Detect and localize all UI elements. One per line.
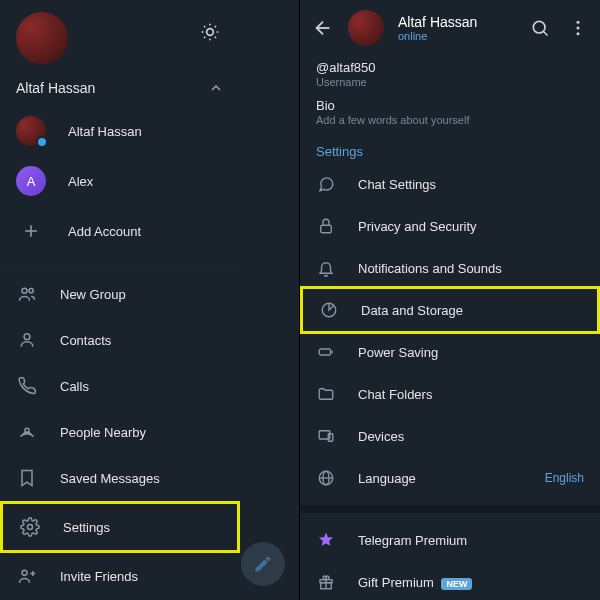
settings-language[interactable]: Language English	[300, 457, 600, 499]
back-button[interactable]	[312, 17, 334, 39]
settings-label: Devices	[358, 429, 584, 444]
account-avatar: A	[16, 166, 46, 196]
account-avatar	[16, 116, 46, 146]
svg-point-11	[22, 288, 27, 293]
settings-data-storage[interactable]: Data and Storage	[300, 286, 600, 334]
settings-premium[interactable]: Telegram Premium	[300, 519, 600, 561]
lock-icon	[316, 216, 336, 236]
svg-point-22	[533, 21, 545, 33]
settings-chat[interactable]: Chat Settings	[300, 163, 600, 205]
folder-icon	[316, 384, 336, 404]
menu-people-nearby[interactable]: People Nearby	[0, 409, 240, 455]
settings-label: Power Saving	[358, 345, 584, 360]
add-account-label: Add Account	[68, 224, 141, 239]
menu-label: Settings	[63, 520, 110, 535]
svg-line-7	[204, 37, 205, 38]
calls-icon	[16, 375, 38, 397]
settings-section-header: Settings	[300, 136, 600, 163]
svg-rect-32	[328, 434, 333, 442]
settings-power-saving[interactable]: Power Saving	[300, 331, 600, 373]
svg-point-13	[24, 334, 30, 340]
menu-label: Calls	[60, 379, 89, 394]
contacts-icon	[16, 329, 38, 351]
add-account-button[interactable]: Add Account	[0, 206, 240, 256]
bio-label: Bio	[316, 98, 584, 113]
username-value: @altaf850	[316, 60, 584, 75]
new-group-icon	[16, 283, 38, 305]
settings-label: Privacy and Security	[358, 219, 584, 234]
menu-saved-messages[interactable]: Saved Messages	[0, 455, 240, 501]
star-icon	[316, 530, 336, 550]
verified-badge-icon	[36, 136, 48, 148]
header-status: online	[398, 30, 516, 42]
chevron-up-icon	[208, 80, 224, 96]
invite-icon	[16, 565, 38, 587]
settings-label: Notifications and Sounds	[358, 261, 584, 276]
svg-point-15	[28, 525, 33, 530]
account-switcher[interactable]: Altaf Hassan	[0, 72, 240, 106]
settings-privacy[interactable]: Privacy and Security	[300, 205, 600, 247]
settings-label: Chat Settings	[358, 177, 584, 192]
settings-chat-folders[interactable]: Chat Folders	[300, 373, 600, 415]
compose-fab[interactable]	[241, 542, 285, 586]
profile-name: Altaf Hassan	[16, 80, 95, 96]
account-label: Alex	[68, 174, 93, 189]
menu-new-group[interactable]: New Group	[0, 271, 240, 317]
settings-notifications[interactable]: Notifications and Sounds	[300, 247, 600, 289]
svg-point-24	[577, 21, 580, 24]
gear-icon	[19, 516, 41, 538]
more-icon[interactable]	[568, 18, 588, 38]
settings-label: Language	[358, 471, 523, 486]
bookmark-icon	[16, 467, 38, 489]
menu-label: People Nearby	[60, 425, 146, 440]
settings-value: English	[545, 471, 584, 485]
username-label: Username	[316, 76, 584, 88]
svg-line-3	[204, 26, 205, 27]
settings-devices[interactable]: Devices	[300, 415, 600, 457]
people-nearby-icon	[16, 421, 38, 443]
svg-rect-27	[321, 225, 332, 233]
settings-label: Telegram Premium	[358, 533, 584, 548]
header-avatar[interactable]	[348, 10, 384, 46]
bell-icon	[316, 258, 336, 278]
header-name: Altaf Hassan	[398, 14, 516, 30]
svg-point-16	[22, 570, 27, 575]
divider	[300, 505, 600, 513]
menu-contacts[interactable]: Contacts	[0, 317, 240, 363]
account-item-altaf[interactable]: Altaf Hassan	[0, 106, 240, 156]
menu-calls[interactable]: Calls	[0, 363, 240, 409]
account-item-alex[interactable]: A Alex	[0, 156, 240, 206]
settings-gift-premium[interactable]: Gift Premium NEW	[300, 561, 600, 600]
globe-icon	[316, 468, 336, 488]
svg-point-26	[577, 32, 580, 35]
theme-toggle-icon[interactable]	[196, 18, 224, 46]
svg-line-23	[544, 32, 548, 36]
chat-icon	[316, 174, 336, 194]
menu-invite-friends[interactable]: Invite Friends	[0, 553, 240, 599]
svg-line-4	[215, 37, 216, 38]
gift-icon	[316, 572, 336, 592]
devices-icon	[316, 426, 336, 446]
bio-field[interactable]: Bio Add a few words about yourself	[316, 98, 584, 126]
search-icon[interactable]	[530, 18, 550, 38]
new-badge: NEW	[441, 578, 472, 590]
battery-icon	[316, 342, 336, 362]
menu-label: New Group	[60, 287, 126, 302]
settings-label: Data and Storage	[361, 303, 581, 318]
svg-rect-29	[319, 349, 330, 355]
svg-line-8	[215, 26, 216, 27]
svg-point-0	[207, 29, 214, 36]
plus-icon	[16, 216, 46, 246]
menu-settings[interactable]: Settings	[0, 501, 240, 553]
settings-label: Gift Premium NEW	[358, 575, 584, 590]
menu-label: Contacts	[60, 333, 111, 348]
bio-hint: Add a few words about yourself	[316, 114, 584, 126]
pie-icon	[319, 300, 339, 320]
username-field[interactable]: @altaf850 Username	[316, 60, 584, 88]
profile-avatar[interactable]	[16, 12, 68, 64]
svg-point-12	[29, 289, 33, 293]
svg-point-25	[577, 27, 580, 30]
settings-label: Chat Folders	[358, 387, 584, 402]
account-label: Altaf Hassan	[68, 124, 142, 139]
menu-label: Saved Messages	[60, 471, 160, 486]
